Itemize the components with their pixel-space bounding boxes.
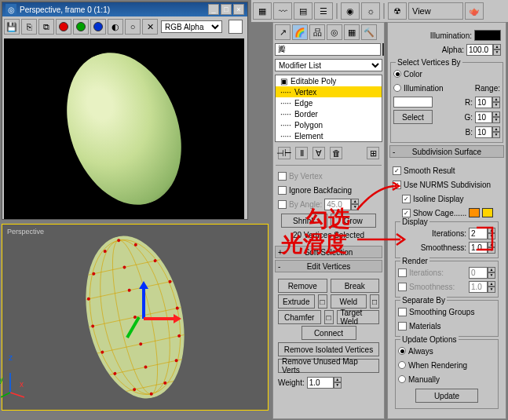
display-smoothness-input[interactable] bbox=[469, 242, 488, 254]
motion-tab-icon[interactable]: ◎ bbox=[327, 24, 342, 40]
render-window-titlebar[interactable]: ◎ Perspective, frame 0 (1:1) _ □ × bbox=[2, 2, 247, 16]
stack-element[interactable]: ∙∙∙∙∙ Element bbox=[276, 130, 382, 141]
chamfer-button[interactable]: Chamfer bbox=[278, 310, 321, 324]
stack-border[interactable]: ∙∙∙∙∙ Border bbox=[276, 108, 382, 119]
configure-sets-icon[interactable]: ⊞ bbox=[367, 147, 379, 159]
display-tab-icon[interactable]: ▦ bbox=[344, 24, 360, 40]
modifier-list-dropdown[interactable]: Modifier List bbox=[275, 59, 382, 71]
weld-settings-button[interactable]: □ bbox=[370, 294, 379, 309]
render-type-select[interactable]: View bbox=[408, 2, 463, 20]
render-scene-icon[interactable]: ☼ bbox=[361, 2, 380, 20]
update-button[interactable]: Update bbox=[415, 389, 478, 403]
sep-materials-checkbox[interactable] bbox=[398, 322, 407, 331]
channel-mono-icon[interactable]: ◐ bbox=[108, 19, 123, 35]
copy-image-icon[interactable]: ⎘ bbox=[21, 19, 37, 35]
subdivision-surface-rollout[interactable]: -Subdivision Surface bbox=[389, 145, 504, 158]
shrink-button[interactable]: Shrink bbox=[281, 214, 327, 228]
show-cage-checkbox[interactable]: ✓ bbox=[402, 209, 411, 217]
gizmo-z-axis[interactable] bbox=[142, 287, 145, 319]
by-angle-checkbox[interactable] bbox=[278, 200, 287, 209]
show-end-result-icon[interactable]: Ⅱ bbox=[295, 147, 308, 159]
gizmo-y-axis[interactable] bbox=[126, 316, 140, 338]
object-name-field[interactable] bbox=[275, 43, 381, 56]
modifier-stack[interactable]: ▣ Editable Poly ∙∙∙∙∙ Vertex ∙∙∙∙∙ Edge … bbox=[275, 75, 382, 142]
utilities-tab-icon[interactable]: 🔨 bbox=[361, 24, 377, 40]
create-tab-icon[interactable]: ↗ bbox=[275, 24, 291, 40]
perspective-viewport[interactable]: Perspective bbox=[2, 224, 269, 411]
stack-vertex[interactable]: ∙∙∙∙∙ Vertex bbox=[276, 86, 382, 97]
save-image-icon[interactable]: 💾 bbox=[4, 19, 20, 35]
range-g-input[interactable] bbox=[475, 111, 492, 123]
alpha-input[interactable] bbox=[466, 44, 493, 56]
sep-smoothing-checkbox[interactable] bbox=[398, 308, 407, 316]
stack-editable-poly[interactable]: ▣ Editable Poly bbox=[276, 75, 382, 86]
display-iterations-input[interactable] bbox=[469, 228, 488, 239]
isoline-checkbox[interactable]: ✓ bbox=[402, 195, 411, 203]
modify-tab-icon[interactable]: 🌈 bbox=[292, 24, 308, 40]
object-color-swatch[interactable] bbox=[382, 43, 384, 56]
select-color-swatch[interactable] bbox=[393, 97, 433, 108]
cage-color-1[interactable] bbox=[469, 208, 480, 217]
material-editor-icon[interactable]: ◉ bbox=[341, 2, 360, 20]
range-r-input[interactable] bbox=[475, 97, 492, 108]
weight-input[interactable] bbox=[307, 377, 334, 389]
channel-select[interactable]: RGB Alpha bbox=[161, 20, 222, 33]
render-teapot-icon[interactable]: 🫖 bbox=[465, 2, 484, 20]
range-b-input[interactable] bbox=[475, 126, 492, 138]
remove-button[interactable]: Remove bbox=[278, 279, 327, 293]
hierarchy-tab-icon[interactable]: 品 bbox=[309, 24, 325, 40]
channel-green-icon[interactable] bbox=[73, 19, 89, 35]
break-button[interactable]: Break bbox=[331, 279, 380, 293]
update-always-radio[interactable] bbox=[398, 347, 406, 355]
grow-button[interactable]: Grow bbox=[331, 214, 377, 228]
remove-isolated-button[interactable]: Remove Isolated Vertices bbox=[278, 342, 379, 356]
smooth-result-checkbox[interactable]: ✓ bbox=[393, 166, 401, 175]
clear-image-icon[interactable]: ✕ bbox=[142, 19, 158, 35]
curve-editor-icon[interactable]: 〰 bbox=[273, 2, 292, 20]
update-rendering-radio[interactable] bbox=[398, 361, 406, 369]
extrude-button[interactable]: Extrude bbox=[278, 294, 315, 309]
select-button[interactable]: Select bbox=[393, 110, 433, 124]
use-nurms-checkbox[interactable]: ✓ bbox=[393, 181, 401, 189]
extrude-settings-button[interactable]: □ bbox=[318, 294, 327, 309]
layer-manager-icon[interactable]: ☰ bbox=[314, 2, 333, 20]
select-by-color-radio[interactable] bbox=[393, 70, 401, 78]
render-iter-checkbox[interactable] bbox=[398, 268, 407, 277]
bg-color-swatch[interactable] bbox=[228, 20, 243, 34]
ignore-backfacing-checkbox[interactable] bbox=[278, 186, 287, 195]
edit-vertices-rollout[interactable]: -Edit Vertices bbox=[275, 260, 382, 272]
by-vertex-checkbox[interactable] bbox=[278, 172, 287, 181]
pin-stack-icon[interactable]: ⊣⊢ bbox=[278, 147, 291, 159]
update-manually-radio[interactable] bbox=[398, 375, 406, 383]
remove-modifier-icon[interactable]: 🗑 bbox=[330, 147, 342, 159]
stack-polygon[interactable]: ∙∙∙∙∙ Polygon bbox=[276, 119, 382, 130]
maximize-icon[interactable]: □ bbox=[221, 4, 232, 15]
soft-selection-rollout[interactable]: +Soft Selection bbox=[275, 246, 382, 258]
track-view-icon[interactable]: ▤ bbox=[294, 2, 312, 20]
make-unique-icon[interactable]: ∀ bbox=[312, 147, 325, 159]
svg-point-28 bbox=[149, 392, 153, 396]
channel-alpha-icon[interactable]: ○ bbox=[125, 19, 141, 35]
transform-gizmo[interactable] bbox=[112, 287, 175, 350]
stack-edge[interactable]: ∙∙∙∙∙ Edge bbox=[276, 97, 382, 108]
channel-blue-icon[interactable] bbox=[90, 19, 106, 35]
connect-button[interactable]: Connect bbox=[302, 326, 356, 340]
channel-red-icon[interactable] bbox=[56, 19, 71, 35]
schematic-view-icon[interactable]: ▦ bbox=[253, 2, 272, 20]
clone-image-icon[interactable]: ⧉ bbox=[38, 19, 54, 35]
weight-down-icon[interactable]: ▼ bbox=[334, 382, 342, 389]
quick-render-icon[interactable]: ☢ bbox=[388, 2, 407, 20]
close-icon[interactable]: × bbox=[233, 4, 244, 15]
cage-color-2[interactable] bbox=[482, 208, 493, 217]
render-smooth-checkbox[interactable] bbox=[398, 283, 407, 291]
target-weld-button[interactable]: Target Weld bbox=[337, 310, 380, 324]
minimize-icon[interactable]: _ bbox=[208, 4, 219, 15]
select-by-illum-radio[interactable] bbox=[393, 84, 401, 92]
remove-unused-map-button[interactable]: Remove Unused Map Verts bbox=[278, 359, 379, 373]
weld-button[interactable]: Weld bbox=[331, 294, 367, 309]
chamfer-settings-button[interactable]: □ bbox=[324, 310, 334, 324]
gizmo-x-axis[interactable] bbox=[144, 317, 175, 320]
weight-label: Weight: bbox=[278, 378, 305, 387]
illumination-swatch[interactable] bbox=[474, 30, 501, 41]
weight-up-icon[interactable]: ▲ bbox=[334, 377, 342, 383]
